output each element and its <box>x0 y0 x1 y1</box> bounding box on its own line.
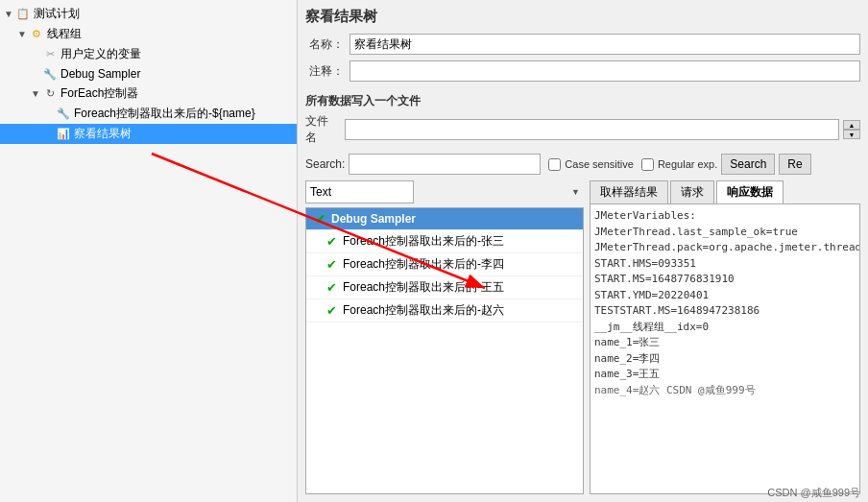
left-tree-panel: ▼📋测试计划▼⚙线程组 ✂用户定义的变量 🔧Debug Sampler▼↻For… <box>0 0 298 502</box>
name-row: 名称： <box>305 34 860 55</box>
tree-label: ForEach控制器 <box>60 85 138 102</box>
result-item-foreach-zhao[interactable]: ✔Foreach控制器取出来后的-赵六 <box>306 299 583 323</box>
comment-row: 注释： <box>305 60 860 82</box>
tree-icon: 📊 <box>56 127 71 142</box>
tree-label: 线程组 <box>47 26 82 42</box>
left-results-panel: Text Regexp Tester CSS/JQuery Tester XPa… <box>305 180 584 494</box>
arrow-up-btn[interactable]: ▲ <box>843 120 860 130</box>
result-check-icon: ✔ <box>324 280 339 296</box>
tree-item-foreach-ctrl[interactable]: ▼↻ForEach控制器 <box>0 84 297 104</box>
tab-sampler-result[interactable]: 取样器结果 <box>590 180 668 203</box>
file-label: 文件名 <box>305 113 339 146</box>
right-results-panel: 取样器结果请求响应数据 JMeterVariables: JMeterThrea… <box>590 180 860 494</box>
tree-label: 察看结果树 <box>74 126 132 142</box>
panel-title: 察看结果树 <box>305 8 860 26</box>
tree-label: 用户定义的变量 <box>60 46 141 62</box>
regular-exp-group: Regular exp. <box>641 158 717 171</box>
search-input[interactable] <box>349 154 541 175</box>
tree-icon: 🔧 <box>56 107 71 122</box>
reset-button[interactable]: Re <box>779 154 810 175</box>
name-label: 名称： <box>305 36 344 53</box>
result-item-label: Foreach控制器取出来后的-王五 <box>343 279 504 296</box>
right-panel: 察看结果树 名称： 注释： 所有数据写入一个文件 文件名 ▲ ▼ Search: <box>298 0 868 502</box>
tree-icon: ✂ <box>42 47 58 62</box>
arrow-down-btn[interactable]: ▼ <box>843 130 860 139</box>
result-item-label: Foreach控制器取出来后的-张三 <box>343 233 504 250</box>
result-check-icon: ✔ <box>324 257 339 273</box>
file-arrows: ▲ ▼ <box>843 120 860 139</box>
result-item-foreach-li[interactable]: ✔Foreach控制器取出来后的-李四 <box>306 253 583 276</box>
case-sensitive-label: Case sensitive <box>565 158 634 170</box>
type-select-row: Text Regexp Tester CSS/JQuery Tester XPa… <box>305 180 584 203</box>
search-row: Search: Case sensitive Regular exp. Sear… <box>305 154 860 175</box>
tab-content: JMeterVariables: JMeterThread.last_sampl… <box>590 204 860 494</box>
type-select-wrapper[interactable]: Text Regexp Tester CSS/JQuery Tester XPa… <box>305 180 584 203</box>
tree-item-thread-group[interactable]: ▼⚙线程组 <box>0 24 297 44</box>
search-label: Search: <box>305 157 345 171</box>
tree-label: Foreach控制器取出来后的-${name} <box>74 106 255 122</box>
case-sensitive-group: Case sensitive <box>548 158 634 171</box>
result-list[interactable]: ✔Debug Sampler✔Foreach控制器取出来后的-张三✔Foreac… <box>305 207 584 494</box>
tree-label: Debug Sampler <box>60 67 140 81</box>
file-row: 文件名 ▲ ▼ <box>305 113 860 146</box>
tree-container[interactable]: ▼📋测试计划▼⚙线程组 ✂用户定义的变量 🔧Debug Sampler▼↻For… <box>0 0 297 502</box>
tree-icon: 🔧 <box>42 66 58 82</box>
tree-item-debug-sampler[interactable]: 🔧Debug Sampler <box>0 64 297 84</box>
type-select[interactable]: Text Regexp Tester CSS/JQuery Tester XPa… <box>305 180 414 203</box>
result-check-icon: ✔ <box>324 303 339 319</box>
tree-item-user-vars[interactable]: ✂用户定义的变量 <box>0 44 297 64</box>
watermark: CSDN @咸鱼999号 <box>767 486 860 500</box>
name-input[interactable] <box>350 34 860 55</box>
case-sensitive-checkbox[interactable] <box>548 158 561 171</box>
tab-bar: 取样器结果请求响应数据 <box>590 180 860 204</box>
result-item-foreach-wang[interactable]: ✔Foreach控制器取出来后的-王五 <box>306 276 583 299</box>
tree-label: 测试计划 <box>34 6 80 22</box>
search-button[interactable]: Search <box>721 154 775 175</box>
tree-arrow: ▼ <box>17 29 29 39</box>
result-item-debug-sampler-parent[interactable]: ✔Debug Sampler <box>306 208 583 230</box>
tree-item-foreach-item[interactable]: 🔧Foreach控制器取出来后的-${name} <box>0 104 297 124</box>
tree-arrow: ▼ <box>4 9 15 19</box>
result-item-label: Debug Sampler <box>331 212 416 226</box>
result-check-icon: ✔ <box>312 211 327 227</box>
result-item-label: Foreach控制器取出来后的-李四 <box>343 256 504 273</box>
tree-icon: ⚙ <box>29 27 44 42</box>
regular-exp-label: Regular exp. <box>658 158 717 170</box>
result-item-foreach-zhang[interactable]: ✔Foreach控制器取出来后的-张三 <box>306 230 583 253</box>
file-input[interactable] <box>345 119 839 140</box>
tree-item-listener[interactable]: 📊察看结果树 <box>0 124 297 144</box>
regular-exp-checkbox[interactable] <box>641 158 654 171</box>
tree-icon: 📋 <box>15 7 31 22</box>
tree-item-test-plan[interactable]: ▼📋测试计划 <box>0 4 297 24</box>
tab-response-data[interactable]: 响应数据 <box>716 180 784 203</box>
tab-request[interactable]: 请求 <box>670 180 714 203</box>
comment-label: 注释： <box>305 63 344 80</box>
section-title: 所有数据写入一个文件 <box>305 93 860 109</box>
result-check-icon: ✔ <box>324 234 339 250</box>
tree-arrow: ▼ <box>31 88 42 99</box>
result-item-label: Foreach控制器取出来后的-赵六 <box>343 302 504 319</box>
tree-icon: ↻ <box>42 86 58 102</box>
comment-input[interactable] <box>350 60 860 82</box>
bottom-section: Text Regexp Tester CSS/JQuery Tester XPa… <box>305 180 860 494</box>
